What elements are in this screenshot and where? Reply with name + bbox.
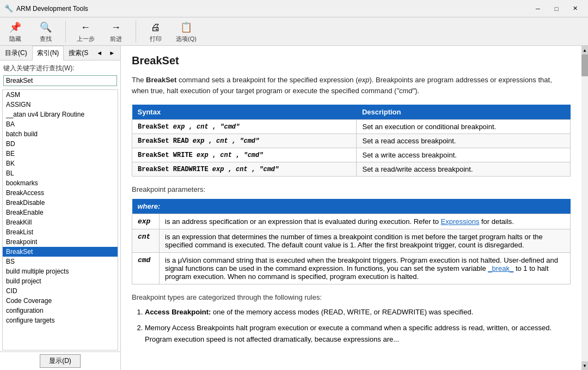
show-button[interactable]: 显示(D) bbox=[40, 354, 81, 368]
tab-contents[interactable]: 目录(C) bbox=[0, 46, 32, 60]
list-item[interactable]: BD bbox=[3, 139, 118, 149]
hide-label: 隐藏 bbox=[9, 35, 21, 43]
titlebar: 🔧 ARM Development Tools ─ □ ✕ bbox=[0, 0, 588, 17]
toolbar-back[interactable]: ← 上一步 bbox=[75, 20, 96, 43]
content-title: BreakSet bbox=[132, 54, 571, 67]
scroll-thumb[interactable] bbox=[581, 54, 588, 76]
breakpoint-params-label: Breakpoint parameters: bbox=[132, 185, 571, 193]
list-item[interactable]: batch build bbox=[3, 129, 118, 139]
syntax-table: Syntax Description BreakSet exp , cnt , … bbox=[132, 105, 571, 177]
breakpoint-types-label: Breakpoint types are categorized through… bbox=[132, 293, 571, 301]
scroll-down-arrow[interactable]: ▼ bbox=[581, 361, 588, 370]
table-row: BreakSet WRITE exp , cnt , "cmd" Set a w… bbox=[132, 148, 571, 162]
find-label: 查找 bbox=[40, 35, 52, 43]
list-item[interactable]: BS bbox=[3, 257, 118, 266]
list-item[interactable]: BreakKill bbox=[3, 217, 118, 227]
left-panel: 目录(C) 索引(N) 搜索(S ◄ ► 键入关键字进行查找(W): ASM A… bbox=[0, 46, 121, 370]
tab-bar: 目录(C) 索引(N) 搜索(S ◄ ► bbox=[0, 46, 120, 60]
list-item[interactable]: bookmarks bbox=[3, 178, 118, 188]
list-item-selected[interactable]: BreakSet bbox=[3, 247, 118, 257]
where-header: where: bbox=[132, 199, 571, 214]
table-row: cmd is a μVision command string that is … bbox=[132, 253, 571, 284]
list-item[interactable]: ASSIGN bbox=[3, 100, 118, 110]
print-label: 打印 bbox=[150, 35, 162, 43]
content-intro: The BreakSet command sets a breakpoint f… bbox=[132, 75, 571, 96]
list-item[interactable]: Breakpoint bbox=[3, 237, 118, 247]
options-label: 选项(Q) bbox=[176, 35, 197, 43]
list-item[interactable]: BreakEnable bbox=[3, 208, 118, 217]
list-item[interactable]: BreakDisable bbox=[3, 198, 118, 208]
where-table: where: exp is an address specification o… bbox=[132, 199, 571, 284]
tab-search[interactable]: 搜索(S bbox=[64, 46, 93, 60]
syntax-cell: BreakSet WRITE exp , cnt , "cmd" bbox=[132, 148, 357, 162]
list-item[interactable]: ASM bbox=[3, 90, 118, 100]
term-cell: cmd bbox=[132, 253, 160, 284]
desc-cell: Set a write access breakpoint. bbox=[357, 148, 571, 162]
list-item[interactable]: configure targets bbox=[3, 316, 118, 325]
list-item: Memory Access Breakpoints halt program e… bbox=[145, 323, 571, 345]
find-icon: 🔍 bbox=[38, 20, 53, 35]
table-row: BreakSet READ exp , cnt , "cmd" Set a re… bbox=[132, 134, 571, 148]
def-cell: is an expression that determines the num… bbox=[160, 229, 571, 253]
toolbar-forward[interactable]: → 前进 bbox=[105, 20, 127, 43]
app-icon: 🔧 bbox=[4, 4, 13, 13]
scroll-up-arrow[interactable]: ▲ bbox=[581, 46, 588, 54]
maximize-button[interactable]: □ bbox=[548, 1, 565, 16]
right-content[interactable]: BreakSet The BreakSet command sets a bre… bbox=[121, 46, 581, 370]
toolbar-print[interactable]: 🖨 打印 bbox=[145, 20, 167, 43]
minimize-button[interactable]: ─ bbox=[529, 1, 547, 16]
list-item[interactable]: __atan uv4 Library Routine bbox=[3, 110, 118, 119]
forward-icon: → bbox=[108, 20, 124, 35]
hide-icon: 📌 bbox=[8, 20, 23, 35]
options-icon: 📋 bbox=[179, 20, 194, 35]
scroll-track[interactable] bbox=[581, 54, 588, 361]
search-label: 键入关键字进行查找(W): bbox=[0, 60, 120, 74]
index-list[interactable]: ASM ASSIGN __atan uv4 Library Routine BA… bbox=[2, 89, 118, 350]
syntax-col-header: Syntax bbox=[132, 105, 357, 120]
list-item[interactable]: build multiple projects bbox=[3, 266, 118, 276]
forward-label: 前进 bbox=[110, 35, 122, 43]
break-link[interactable]: _break_ bbox=[488, 264, 513, 272]
list-item[interactable]: BreakList bbox=[3, 227, 118, 237]
back-label: 上一步 bbox=[77, 35, 95, 43]
toolbar-separator-1 bbox=[65, 21, 66, 43]
syntax-cell: BreakSet READ exp , cnt , "cmd" bbox=[132, 134, 357, 148]
list-item[interactable]: BreakAccess bbox=[3, 188, 118, 198]
syntax-cell: BreakSet READWRITE exp , cnt , "cmd" bbox=[132, 162, 357, 177]
list-item[interactable]: CID bbox=[3, 286, 118, 296]
toolbar-options[interactable]: 📋 选项(Q) bbox=[175, 20, 197, 43]
list-item[interactable]: configuration bbox=[3, 306, 118, 316]
term-cell: exp bbox=[132, 214, 160, 229]
show-btn-area: 显示(D) bbox=[0, 351, 120, 370]
toolbar: 📌 隐藏 🔍 查找 ← 上一步 → 前进 🖨 打印 📋 选项(Q) bbox=[0, 17, 588, 46]
tab-nav-prev[interactable]: ◄ bbox=[93, 47, 106, 58]
right-scrollbar[interactable]: ▲ ▼ bbox=[581, 46, 588, 370]
table-row: cnt is an expression that determines the… bbox=[132, 229, 571, 253]
desc-cell: Set a read/write access breakpoint. bbox=[357, 162, 571, 177]
list-item: Access Breakpoint: one of the memory acc… bbox=[145, 307, 571, 318]
toolbar-hide[interactable]: 📌 隐藏 bbox=[4, 20, 26, 43]
tab-index[interactable]: 索引(N) bbox=[32, 46, 64, 60]
search-input[interactable] bbox=[3, 75, 117, 86]
tab-nav-next[interactable]: ► bbox=[106, 47, 118, 58]
print-icon: 🖨 bbox=[148, 20, 163, 35]
expressions-link[interactable]: Expressions bbox=[441, 217, 480, 226]
list-item[interactable]: build project bbox=[3, 276, 118, 286]
list-item[interactable]: BK bbox=[3, 159, 118, 168]
list-item[interactable]: Code Coverage bbox=[3, 296, 118, 306]
toolbar-find[interactable]: 🔍 查找 bbox=[35, 20, 57, 43]
list-item[interactable]: BL bbox=[3, 168, 118, 178]
list-item[interactable]: BA bbox=[3, 119, 118, 129]
table-row: BreakSet exp , cnt , "cmd" Set an execut… bbox=[132, 120, 571, 134]
back-icon: ← bbox=[78, 20, 93, 35]
table-row: BreakSet READWRITE exp , cnt , "cmd" Set… bbox=[132, 162, 571, 177]
breakpoint-types-list: Access Breakpoint: one of the memory acc… bbox=[132, 307, 571, 345]
main-layout: 目录(C) 索引(N) 搜索(S ◄ ► 键入关键字进行查找(W): ASM A… bbox=[0, 46, 588, 370]
def-cell: is an address specification or an expres… bbox=[160, 214, 571, 229]
desc-cell: Set an execution or conditional breakpoi… bbox=[357, 120, 571, 134]
close-button[interactable]: ✕ bbox=[566, 1, 584, 16]
list-item[interactable]: BE bbox=[3, 149, 118, 159]
table-row: exp is an address specification or an ex… bbox=[132, 214, 571, 229]
term-cell: cnt bbox=[132, 229, 160, 253]
window-controls: ─ □ ✕ bbox=[529, 1, 584, 16]
